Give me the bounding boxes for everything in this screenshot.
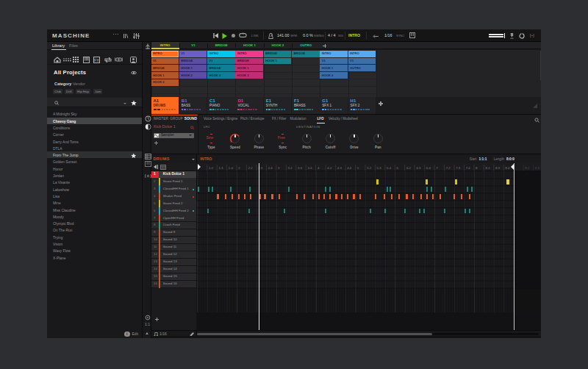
svg-text:3.4: 3.4: [307, 166, 312, 170]
svg-text:7.4: 7.4: [466, 166, 471, 170]
svg-text:4.3: 4.3: [337, 166, 343, 170]
svg-text:5.3: 5.3: [377, 166, 382, 170]
svg-text:7: 7: [436, 166, 438, 170]
svg-text:8.4: 8.4: [505, 166, 510, 170]
svg-text:8: 8: [476, 166, 478, 170]
svg-text:6.3: 6.3: [416, 166, 421, 170]
svg-text:FX: FX: [94, 57, 99, 62]
svg-text:2.4: 2.4: [268, 166, 273, 170]
svg-text:5: 5: [357, 166, 359, 170]
svg-text:7.2: 7.2: [446, 166, 451, 170]
svg-text:8.3: 8.3: [495, 166, 501, 170]
svg-text:1.2: 1.2: [209, 166, 214, 170]
svg-text:1.3: 1.3: [218, 166, 223, 170]
svg-text:8.2: 8.2: [486, 166, 491, 170]
svg-text:4: 4: [318, 166, 320, 170]
svg-text:3.3: 3.3: [298, 166, 303, 170]
svg-text:3.2: 3.2: [288, 166, 293, 170]
svg-text:6: 6: [397, 166, 399, 170]
svg-text:4.4: 4.4: [347, 166, 352, 170]
svg-text:6.2: 6.2: [406, 166, 412, 170]
svg-text:1.4: 1.4: [229, 166, 234, 170]
svg-text:9.3: 9.3: [535, 166, 540, 170]
svg-text:2: 2: [238, 166, 240, 170]
svg-text:7.3: 7.3: [456, 166, 461, 170]
svg-text:5.4: 5.4: [387, 166, 392, 170]
svg-text:3: 3: [278, 166, 280, 170]
svg-text:6.4: 6.4: [426, 166, 431, 170]
svg-text:9.2: 9.2: [525, 166, 530, 170]
svg-text:2.2: 2.2: [248, 166, 254, 170]
svg-text:5.2: 5.2: [367, 166, 372, 170]
svg-text:4.2: 4.2: [327, 166, 332, 170]
